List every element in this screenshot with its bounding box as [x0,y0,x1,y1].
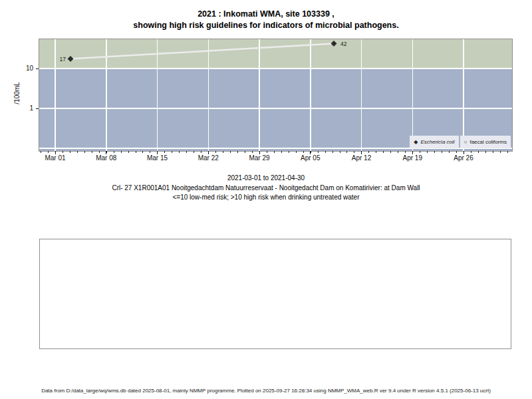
provenance-footer: Data from D:/data_large/wq/wms.db dated … [0,388,532,394]
legend-item-faecal-coliforms: ○ faecal coliforms [460,136,511,148]
ecoli-series-line [70,44,334,59]
legend-item-ecoli: ◆ Eschericia coli [410,136,458,148]
x-tick-label: Apr 19 [396,154,429,162]
chart-legend: ◆ Eschericia coli ○ faecal coliforms [410,136,511,148]
caption-date-range: 2021-03-01 to 2021-04-30 [0,174,532,184]
data-point-marker [68,56,74,62]
y-axis-title: /100mL [13,82,21,104]
data-point-marker [331,41,337,47]
caption-site: Crl- 27 X1R001A01 Nooitgedachtdam Natuur… [0,184,532,194]
legend-label-faecal-coliforms: faecal coliforms [469,139,507,145]
y-tick-label-10: 10 [19,65,33,72]
x-tick-label: Apr 05 [294,154,327,162]
x-tick-label: Mar 01 [39,154,72,162]
chart-title: 2021 : Inkomati WMA, site 103339 , showi… [0,9,532,31]
x-tick-label: Mar 15 [141,154,174,162]
x-tick-label: Apr 26 [447,154,480,162]
x-tick-label: Mar 22 [192,154,225,162]
y-tick-label-1: 1 [19,104,33,112]
plot-panel: 17 42 ◆ Eschericia coli ○ faecal colifor… [39,39,512,151]
open-circle-icon: ○ [464,140,467,145]
x-tick-label: Apr 12 [345,154,378,162]
x-axis-minor-ticks [41,151,512,153]
filled-diamond-icon: ◆ [414,140,418,145]
chart-title-line1: 2021 : Inkomati WMA, site 103339 , [0,9,532,20]
data-point-label: 17 [60,56,66,63]
chart-caption: 2021-03-01 to 2021-04-30 Crl- 27 X1R001A… [0,174,532,203]
data-point-label: 42 [340,41,347,47]
x-tick-label: Mar 29 [243,154,276,162]
caption-risk-note: <=10 low-med risk; >10 high risk when dr… [0,193,532,203]
legend-label-ecoli: Eschericia coli [420,139,454,145]
chart-title-line2: showing high risk guidelines for indicat… [0,20,532,31]
empty-plot-box [39,239,511,349]
series-line-layer: 17 42 [39,39,512,151]
x-tick-label: Mar 08 [90,154,123,162]
